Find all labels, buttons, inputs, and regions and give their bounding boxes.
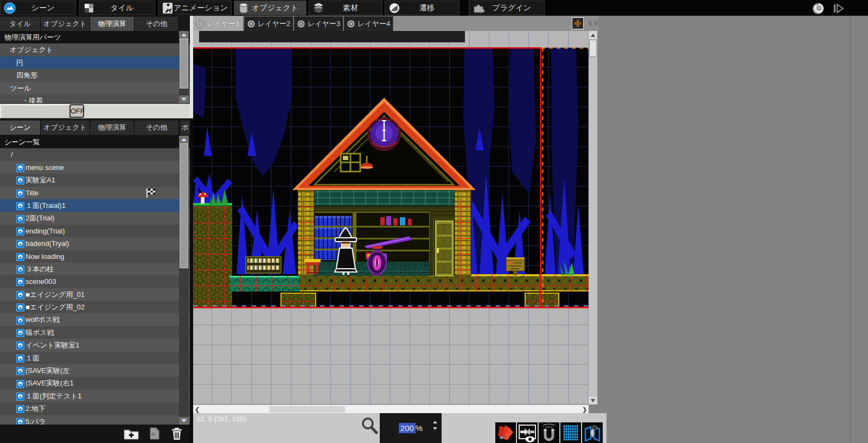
- scroll-up-button[interactable]: [179, 31, 189, 39]
- arrow-up-icon: [591, 34, 595, 37]
- canvas-horizontal-scrollbar[interactable]: ❮ ❯: [193, 404, 589, 413]
- scroll-up-button[interactable]: [179, 136, 189, 143]
- scene-item-row[interactable]: ■エイジング用_02: [0, 301, 190, 313]
- zoom-input[interactable]: 200%: [380, 413, 442, 443]
- scene-tab-object[interactable]: オブジェクト: [41, 121, 90, 135]
- scene-item-label: ■エイジング用_01: [25, 288, 85, 301]
- scene-item-row[interactable]: ending(Trial): [0, 225, 190, 237]
- off-toggle-button[interactable]: OFF: [69, 104, 84, 118]
- scene-item-row[interactable]: 2:地下: [0, 402, 190, 415]
- add-page-icon[interactable]: [146, 427, 162, 440]
- layer-tab-4[interactable]: レイヤー4: [344, 16, 393, 31]
- left-platform: [193, 189, 232, 307]
- scene-item-row[interactable]: １面: [0, 352, 190, 364]
- physics-tab-physics[interactable]: 物理演算: [90, 17, 135, 31]
- canvas-vertical-scrollbar[interactable]: [589, 31, 597, 404]
- scene-item-row[interactable]: (SAVE実験(右1: [0, 377, 190, 389]
- scene-item-row-clipped[interactable]: 5:パラ: [0, 415, 190, 425]
- collision-swap-icon[interactable]: [517, 422, 538, 443]
- physics-item-row[interactable]: 四角形: [0, 69, 190, 81]
- scene-item-row[interactable]: 2面(Trial): [0, 212, 190, 224]
- tab-tile[interactable]: タイル: [79, 1, 155, 15]
- scroll-left-button[interactable]: ❮: [193, 405, 201, 414]
- magnet-icon[interactable]: [539, 422, 559, 443]
- transition-icon: [388, 2, 400, 14]
- arrow-down-icon: [181, 98, 187, 101]
- scene-item-row[interactable]: (SAVE実験(左: [0, 364, 190, 377]
- scene-tab-other[interactable]: その他: [135, 121, 179, 135]
- canvas-status-bar: 22, 6 (361, 105) 200%: [193, 413, 607, 443]
- step-play-icon[interactable]: [832, 2, 845, 14]
- scroll-right-button[interactable]: ❯: [580, 405, 589, 414]
- scrollbar-thumb[interactable]: [180, 39, 188, 88]
- physics-item-row[interactable]: オブジェクト: [0, 43, 190, 56]
- scroll-down-button[interactable]: [179, 417, 189, 425]
- scene-root-row[interactable]: /: [0, 148, 190, 161]
- scene-item-row[interactable]: badend(Tryal): [0, 237, 190, 250]
- tab-transition-label: 遷移: [400, 3, 459, 13]
- tab-plugin[interactable]: プラグイン: [469, 1, 545, 15]
- scene-file-icon: [16, 277, 24, 286]
- scene-item-row[interactable]: ３本の柱: [0, 263, 190, 275]
- physics-item-row[interactable]: ツール: [0, 82, 190, 94]
- scrollbar-thumb[interactable]: [589, 40, 597, 57]
- scene-file-icon: [16, 189, 24, 197]
- scene-item-row[interactable]: イベント実験室1: [0, 339, 190, 351]
- add-layer-button[interactable]: [572, 17, 584, 29]
- scene-tab-scene[interactable]: シーン: [0, 121, 41, 135]
- tab-plugin-label: プラグイン: [484, 3, 544, 13]
- effect-red-icon[interactable]: [495, 422, 516, 443]
- tab-transition[interactable]: 遷移: [385, 1, 459, 15]
- map-pin-icon[interactable]: [582, 422, 603, 443]
- tab-scene[interactable]: シーン: [0, 1, 76, 15]
- tile-block: [246, 257, 281, 273]
- scene-item-row[interactable]: ■エイジング用_01: [0, 288, 190, 301]
- scene-item-row-selected[interactable]: １面(Traial)1: [0, 199, 190, 212]
- scene-item-row[interactable]: １面(判定テスト1: [0, 390, 190, 402]
- scene-item-row[interactable]: 実験室A1: [0, 174, 190, 186]
- undo-circle-icon[interactable]: [812, 2, 825, 14]
- layer-tab-bar: レイヤー1 レイヤー2 レイヤー3 レイヤー4: [193, 16, 598, 31]
- trash-icon[interactable]: [169, 427, 184, 440]
- scene-file-icon: [16, 366, 24, 375]
- scene-item-row[interactable]: menu scene: [0, 161, 190, 174]
- scene-canvas[interactable]: [193, 31, 589, 404]
- physics-item-row[interactable]: ・接着: [0, 94, 190, 103]
- physics-parts-list: 物理演算用パーツ オブジェクト 円 四角形 ツール ・接着: [0, 31, 190, 103]
- canvas-tool-icons: [495, 422, 604, 443]
- cursor-coordinates: 22, 6 (361, 105): [196, 415, 246, 423]
- scroll-up-button[interactable]: [589, 31, 597, 39]
- tab-object[interactable]: オブジェクト: [234, 1, 307, 15]
- tab-material[interactable]: 素材: [309, 1, 382, 15]
- scene-item-label: １面(Traial)1: [25, 199, 66, 212]
- tab-animation[interactable]: アニメーション: [158, 1, 232, 15]
- physics-item-row-selected[interactable]: 円: [0, 56, 190, 69]
- physics-tab-other[interactable]: その他: [135, 17, 179, 31]
- scene-item-row[interactable]: wolfボス戦: [0, 313, 190, 326]
- physics-tab-object[interactable]: オブジェクト: [41, 17, 90, 31]
- layer-tab-1[interactable]: レイヤー1: [193, 16, 244, 31]
- layer-tab-2[interactable]: レイヤー2: [244, 16, 293, 31]
- scene-tab-clipped[interactable]: ポ: [180, 121, 190, 135]
- arrow-up-icon: [181, 33, 187, 36]
- scroll-down-button[interactable]: [589, 396, 597, 404]
- scrollbar-thumb[interactable]: [180, 143, 188, 268]
- scene-item-row[interactable]: scene003: [0, 275, 190, 288]
- physics-tab-tile[interactable]: タイル: [0, 17, 41, 31]
- layer-tab-3[interactable]: レイヤー3: [294, 16, 343, 31]
- scene-item-row[interactable]: Title: [0, 187, 190, 199]
- scene-tab-physics[interactable]: 物理演算: [90, 121, 135, 135]
- toggle-value-field: [1, 105, 71, 118]
- add-folder-icon[interactable]: [124, 427, 139, 440]
- scene-item-row[interactable]: 猫ボス戦: [0, 326, 190, 339]
- scene-item-row[interactable]: Now loading: [0, 250, 190, 263]
- physics-list-scrollbar[interactable]: [179, 31, 189, 103]
- scrollbar-thumb[interactable]: [269, 406, 345, 413]
- scene-list-scrollbar[interactable]: [179, 136, 189, 425]
- zoom-spinner[interactable]: [433, 421, 437, 430]
- app-window: シーン タイル アニメーション オブジェクト 素材: [0, 0, 868, 443]
- scroll-down-button[interactable]: [179, 96, 189, 103]
- grid-blue-icon[interactable]: [560, 422, 581, 443]
- spin-down-icon: [433, 427, 437, 430]
- left-sidebar: タイル オブジェクト 物理演算 その他 物理演算用パーツ オブジェクト 円 四角…: [0, 16, 190, 443]
